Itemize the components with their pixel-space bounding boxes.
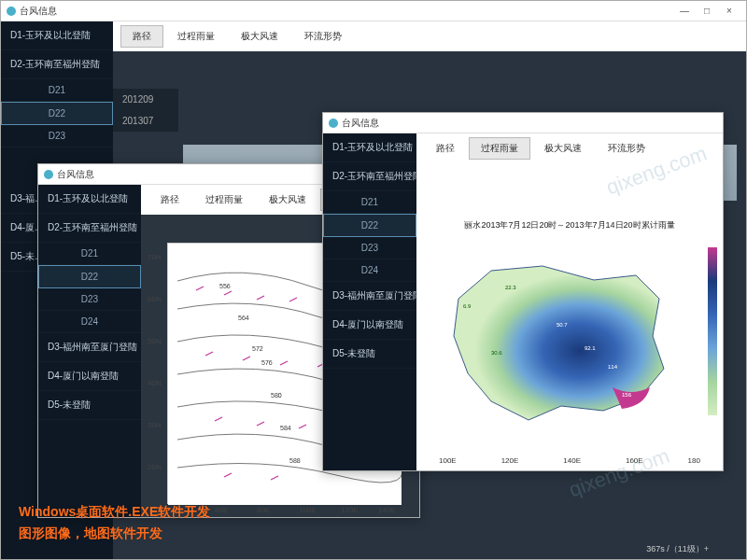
w3-d1[interactable]: D1-玉环及以北登陆: [323, 133, 416, 162]
close-button[interactable]: ×: [718, 3, 740, 20]
w2-d4[interactable]: D4-厦门以南登陆: [38, 362, 141, 391]
footer-text: 367s /（11级）+: [646, 543, 709, 555]
sidebar-2: D1-玉环及以北登陆 D2-玉环南至福州登陆 D21 D22 D23 D24 D…: [38, 185, 141, 517]
w2-d2[interactable]: D2-玉环南至福州登陆: [38, 214, 141, 243]
rainfall-content: 丽水2013年7月12日20时～2013年7月14日20时累计雨量: [416, 163, 723, 470]
svg-text:156: 156: [622, 392, 632, 398]
w2-d23[interactable]: D23: [38, 288, 141, 311]
tab-bar: 路径 过程雨量 极大风速 环流形势: [113, 21, 746, 51]
window-rainfall: 台风信息 D1-玉环及以北登陆 D2-玉环南至福州登陆 D21 D22 D23 …: [322, 112, 724, 471]
w3-tab2[interactable]: 极大风速: [532, 137, 594, 160]
sidebar-sub-d22[interactable]: D22: [1, 102, 113, 125]
sidebar-sub-d23[interactable]: D23: [1, 125, 113, 147]
tab-wind[interactable]: 极大风速: [229, 25, 290, 48]
svg-text:556: 556: [219, 283, 231, 289]
titlebar-3: 台风信息: [323, 113, 723, 133]
sidebar-sub-d21[interactable]: D21: [1, 79, 113, 102]
rainfall-title: 丽水2013年7月12日20时～2013年7月14日20时累计雨量: [416, 219, 723, 231]
svg-text:92.1: 92.1: [585, 345, 596, 351]
year-list: 201209 201307: [113, 89, 178, 132]
tabs-3: 路径 过程雨量 极大风速 环流形势: [416, 133, 723, 163]
svg-text:564: 564: [238, 315, 249, 321]
w3-d21[interactable]: D21: [323, 191, 416, 214]
app-icon: [44, 170, 53, 179]
w3-d5[interactable]: D5-未登陆: [323, 340, 416, 369]
tab-rain[interactable]: 过程雨量: [165, 25, 227, 48]
sidebar-item-d1[interactable]: D1-玉环及以北登陆: [1, 21, 113, 50]
svg-text:114: 114: [608, 364, 618, 370]
w2-d1[interactable]: D1-玉环及以北登陆: [38, 185, 141, 214]
tab-circ[interactable]: 环流形势: [292, 25, 354, 48]
tab-path[interactable]: 路径: [120, 25, 163, 48]
w2-d24[interactable]: D24: [38, 311, 141, 333]
w3-d3[interactable]: D3-福州南至厦门登陆: [323, 282, 416, 311]
w2-d3[interactable]: D3-福州南至厦门登陆: [38, 333, 141, 362]
minimize-button[interactable]: —: [673, 3, 696, 20]
app-icon: [329, 119, 338, 128]
w3-d2[interactable]: D2-玉环南至福州登陆: [323, 162, 416, 191]
svg-text:584: 584: [280, 425, 291, 431]
svg-text:30.6: 30.6: [491, 350, 502, 356]
w2-tab1[interactable]: 过程雨量: [193, 189, 255, 211]
svg-text:572: 572: [252, 345, 263, 352]
w2-d21[interactable]: D21: [38, 243, 141, 265]
app-icon: [7, 7, 16, 16]
w3-tab1[interactable]: 过程雨量: [469, 137, 530, 160]
titlebar: 台风信息 — □ ×: [1, 1, 746, 21]
w3-d22[interactable]: D22: [323, 214, 416, 237]
win3-title: 台风信息: [342, 117, 379, 130]
w3-tab0[interactable]: 路径: [424, 137, 467, 160]
app-title: 台风信息: [20, 5, 57, 18]
svg-text:580: 580: [271, 392, 282, 399]
w2-d22[interactable]: D22: [38, 265, 141, 288]
svg-text:6.9: 6.9: [463, 303, 472, 309]
sidebar-3: D1-玉环及以北登陆 D2-玉环南至福州登陆 D21 D22 D23 D24 D…: [323, 133, 416, 470]
svg-text:22.3: 22.3: [505, 285, 516, 290]
maximize-button[interactable]: □: [696, 3, 718, 20]
year-201209[interactable]: 201209: [113, 89, 178, 110]
svg-text:50.7: 50.7: [557, 322, 568, 328]
color-legend: [708, 247, 717, 415]
w3-d23[interactable]: D23: [323, 237, 416, 259]
w2-d5[interactable]: D5-未登陆: [38, 391, 141, 420]
sidebar-item-d2[interactable]: D2-玉环南至福州登陆: [1, 50, 113, 79]
svg-text:576: 576: [261, 359, 273, 366]
year-201307[interactable]: 201307: [113, 110, 178, 132]
w2-tab2[interactable]: 极大风速: [257, 189, 318, 211]
win2-title: 台风信息: [57, 168, 94, 181]
w3-d4[interactable]: D4-厦门以南登陆: [323, 311, 416, 340]
x-axis: 100E120E140E160E180: [416, 456, 723, 465]
svg-text:588: 588: [289, 457, 301, 464]
promo-overlay: Windows桌面软件.EXE软件开发 图形图像，地图软件开发: [19, 501, 210, 543]
promo-line1: Windows桌面软件.EXE软件开发: [19, 501, 210, 522]
w3-d24[interactable]: D24: [323, 259, 416, 282]
promo-line2: 图形图像，地图软件开发: [19, 523, 210, 543]
w2-tab0[interactable]: 路径: [148, 189, 191, 211]
w3-tab3[interactable]: 环流形势: [596, 137, 657, 160]
rainfall-map: 6.9 22.3 30.6 50.7 92.1 114 156: [421, 243, 720, 467]
